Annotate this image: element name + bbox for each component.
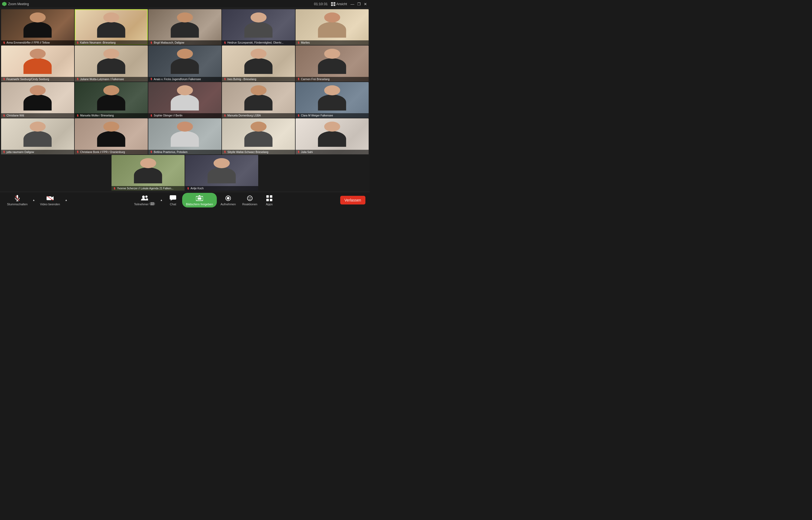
leave-button[interactable]: Verlassen xyxy=(340,196,365,205)
chat-button[interactable]: Chat xyxy=(165,193,181,207)
record-button[interactable]: Aufnehmen xyxy=(218,193,239,207)
svg-point-18 xyxy=(227,197,229,200)
participants-icon xyxy=(141,194,148,202)
video-row-1: Anna Emmendörffer // FPR // Teltow Kathr… xyxy=(1,9,369,45)
title-bar: Zoom Meeting 01:10:31 Ansicht — ❐ ✕ xyxy=(0,0,370,8)
mute-label: Stummschalten xyxy=(7,203,28,206)
svg-rect-22 xyxy=(266,195,269,198)
participant-label-11: Christiane Witt xyxy=(1,113,74,118)
svg-point-11 xyxy=(142,196,145,198)
record-icon xyxy=(224,194,232,202)
toolbar-right: Verlassen xyxy=(340,196,365,205)
video-cell-6[interactable]: Feuerwehr Seeburg/Cindy Seeburg xyxy=(1,46,74,81)
participant-label-6: Feuerwehr Seeburg/Cindy Seeburg xyxy=(1,77,74,81)
video-cell-1[interactable]: Anna Emmendörffer // FPR // Teltow xyxy=(1,9,74,45)
share-screen-label: Bildschirm freigeben xyxy=(186,203,213,206)
svg-rect-16 xyxy=(198,198,201,200)
restore-button[interactable]: ❐ xyxy=(357,2,361,6)
video-row-4: jutta naumann Dallgow Christiane Bonk //… xyxy=(1,119,369,154)
apps-button[interactable]: Apps xyxy=(261,193,277,207)
video-caret[interactable]: ▲ xyxy=(64,198,69,202)
svg-point-12 xyxy=(145,196,147,198)
reactions-button[interactable]: Reaktionen xyxy=(240,193,260,207)
participant-label-4: Heidrun Szczepanski, Fördermitglied, Obe… xyxy=(222,41,295,45)
apps-label: Apps xyxy=(266,203,273,206)
svg-rect-23 xyxy=(270,195,272,198)
svg-rect-3 xyxy=(333,4,335,6)
meeting-timer: 01:10:31 xyxy=(314,2,328,6)
participant-label-9: Ines Buhrig - Brieselang xyxy=(222,77,295,81)
video-cell-16[interactable]: jutta naumann Dallgow xyxy=(1,119,74,154)
participant-label-17: Christiane Bonk // FPR / Oranienburg xyxy=(75,150,148,154)
view-button[interactable]: Ansicht xyxy=(331,2,347,6)
close-button[interactable]: ✕ xyxy=(363,2,368,6)
video-cell-11[interactable]: Christiane Witt xyxy=(1,82,74,118)
video-cell-10[interactable]: Carmen Frei Brieselang xyxy=(296,46,369,81)
participant-label-22: Antje Koch xyxy=(185,186,258,191)
reactions-label: Reaktionen xyxy=(242,203,257,206)
participant-label-19: Sibylle Wallat-Schwarz Brieselang xyxy=(222,150,295,154)
toolbar: Stummschalten ▲ Video beenden ▲ xyxy=(0,192,370,208)
window-controls[interactable]: — ❐ ✕ xyxy=(350,2,368,6)
video-cell-3[interactable]: Birgit Mattausch, Dallgow xyxy=(148,9,221,45)
svg-rect-1 xyxy=(333,2,335,4)
svg-point-20 xyxy=(249,197,249,198)
participant-label-12: Manuela Wolke / Brieselang xyxy=(75,113,148,118)
video-cell-20[interactable]: Julia Sahi xyxy=(296,119,369,154)
microphone-icon xyxy=(13,194,21,202)
camera-icon xyxy=(46,194,54,202)
participant-label-16: jutta naumann Dallgow xyxy=(1,150,74,154)
participant-label-15: Clara M Weiger Falkensee xyxy=(296,113,369,118)
video-button[interactable]: Video beenden xyxy=(37,193,63,207)
video-cell-9[interactable]: Ines Buhrig - Brieselang xyxy=(222,46,295,81)
participant-label-1: Anna Emmendörffer // FPR // Teltow xyxy=(1,41,74,45)
video-cell-12[interactable]: Manuela Wolke / Brieselang xyxy=(75,82,148,118)
video-cell-22[interactable]: Antje Koch xyxy=(185,155,258,191)
toolbar-center: Teilnehmer 22 ▲ Chat xyxy=(131,193,277,207)
participant-label-14: Manuela Dornenburg LGBA xyxy=(222,113,295,118)
video-cell-19[interactable]: Sibylle Wallat-Schwarz Brieselang xyxy=(222,119,295,154)
view-label: Ansicht xyxy=(336,2,347,6)
app-title: Zoom Meeting xyxy=(8,2,29,6)
svg-rect-9 xyxy=(47,197,51,200)
participant-label-20: Julia Sahi xyxy=(296,150,369,154)
svg-rect-2 xyxy=(331,4,333,6)
video-cell-18[interactable]: Bettina Praetorius, Potsdam xyxy=(148,119,221,154)
participant-label-5: Marlies xyxy=(296,41,369,45)
video-grid: Anna Emmendörffer // FPR // Teltow Kathr… xyxy=(0,8,370,192)
participants-button[interactable]: Teilnehmer 22 xyxy=(131,193,158,207)
video-row-3: Christiane Witt Manuela Wolke / Briesela… xyxy=(1,82,369,118)
participant-label-13: Sophie Obinger // Berlin xyxy=(148,113,221,118)
video-cell-8[interactable]: Anais v. Fircks Jugendforum Falkensee xyxy=(148,46,221,81)
mute-caret[interactable]: ▲ xyxy=(31,198,36,202)
apps-icon xyxy=(265,194,273,202)
video-cell-4[interactable]: Heidrun Szczepanski, Fördermitglied, Obe… xyxy=(222,9,295,45)
video-cell-21[interactable]: Yvonne Scherzer // Lokale Agenda 21 Falk… xyxy=(112,155,185,191)
participant-label-7: Juliane Wutta-Lutzmann / Falkensee xyxy=(75,77,148,81)
participants-label: Teilnehmer xyxy=(134,203,148,206)
toolbar-left: Stummschalten ▲ Video beenden ▲ xyxy=(4,193,68,207)
video-cell-15[interactable]: Clara M Weiger Falkensee xyxy=(296,82,369,118)
video-label: Video beenden xyxy=(40,203,60,206)
svg-rect-24 xyxy=(266,199,269,201)
participant-label-8: Anais v. Fircks Jugendforum Falkensee xyxy=(148,77,221,81)
participant-label-21: Yvonne Scherzer // Lokale Agenda 21 Falk… xyxy=(112,186,185,191)
svg-rect-25 xyxy=(270,199,272,201)
svg-point-21 xyxy=(250,197,251,198)
participant-label-10: Carmen Frei Brieselang xyxy=(296,77,369,81)
participant-label-2: Kathrin Neumann -Brieselang xyxy=(75,41,148,45)
video-cell-2[interactable]: Kathrin Neumann -Brieselang xyxy=(75,9,148,45)
mute-button[interactable]: Stummschalten xyxy=(4,193,30,207)
participant-label-3: Birgit Mattausch, Dallgow xyxy=(148,41,221,45)
chat-label: Chat xyxy=(170,203,176,206)
video-cell-17[interactable]: Christiane Bonk // FPR / Oranienburg xyxy=(75,119,148,154)
participants-caret[interactable]: ▲ xyxy=(159,198,164,202)
minimize-button[interactable]: — xyxy=(350,2,355,6)
video-cell-7[interactable]: Juliane Wutta-Lutzmann / Falkensee xyxy=(75,46,148,81)
video-cell-5[interactable]: Marlies xyxy=(296,9,369,45)
svg-point-19 xyxy=(247,196,252,201)
share-screen-button[interactable]: Bildschirm freigeben xyxy=(182,193,217,207)
participant-label-18: Bettina Praetorius, Potsdam xyxy=(148,150,221,154)
video-cell-13[interactable]: Sophie Obinger // Berlin xyxy=(148,82,221,118)
video-cell-14[interactable]: Manuela Dornenburg LGBA xyxy=(222,82,295,118)
